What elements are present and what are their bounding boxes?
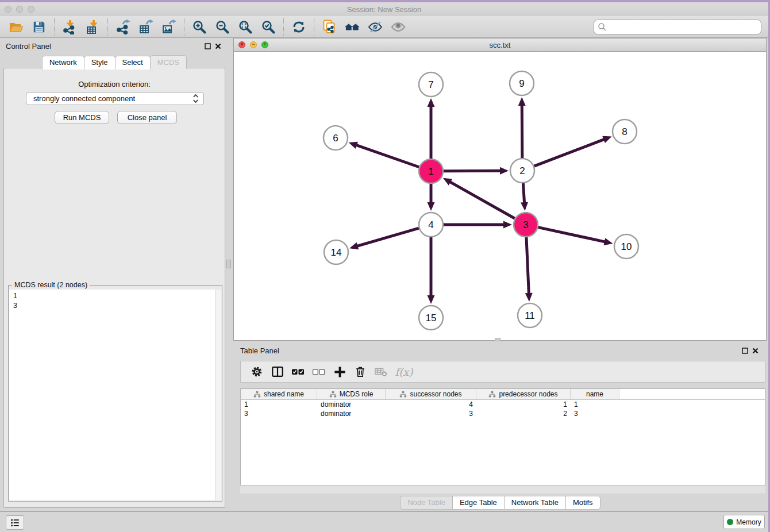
graph-node-1[interactable]: 1: [419, 159, 443, 183]
svg-text:4: 4: [428, 219, 433, 230]
hierarchy-icon: [329, 391, 337, 398]
close-panel-button[interactable]: Close panel: [117, 111, 177, 124]
memory-button[interactable]: Memory: [723, 515, 765, 529]
graph-node-7[interactable]: 7: [419, 72, 443, 97]
table-row[interactable]: 1 dominator 4 1 1: [241, 400, 765, 409]
add-column-icon[interactable]: [329, 363, 350, 380]
graph-node-15[interactable]: 15: [419, 306, 443, 330]
zoom-out-icon[interactable]: [211, 18, 234, 36]
show-columns-icon[interactable]: [267, 363, 288, 380]
graph-node-8[interactable]: 8: [613, 119, 637, 144]
select-value: strongly connected component: [33, 94, 135, 103]
graph-node-4[interactable]: 4: [419, 213, 443, 237]
hide-view-eye-slash-icon[interactable]: [364, 18, 387, 36]
graph-node-6[interactable]: 6: [324, 126, 348, 150]
refresh-layout-icon[interactable]: [287, 18, 310, 36]
result-scrollbar[interactable]: [215, 290, 221, 500]
node-table[interactable]: shared name MCDS role successor nodes pr…: [240, 388, 765, 485]
graph-edge[interactable]: [538, 228, 605, 242]
graph-edge-arrowhead: [503, 221, 512, 229]
clone-network-icon[interactable]: [318, 18, 341, 36]
open-folder-icon[interactable]: [5, 18, 28, 36]
svg-text:10: 10: [621, 241, 632, 252]
graph-node-2[interactable]: 2: [510, 159, 534, 183]
tab-mcds[interactable]: MCDS: [150, 55, 187, 69]
search-field[interactable]: [594, 20, 761, 34]
delete-row-trash-icon[interactable]: [350, 363, 371, 380]
run-mcds-button[interactable]: Run MCDS: [55, 111, 109, 124]
svg-text:9: 9: [519, 78, 524, 89]
export-image-icon[interactable]: [157, 18, 180, 36]
toolbar-separator: [184, 18, 184, 36]
graph-edge-arrowhead: [521, 202, 528, 211]
graph-node-14[interactable]: 14: [324, 240, 348, 264]
graph-edge-arrowhead: [518, 97, 526, 106]
float-panel-icon[interactable]: [205, 43, 211, 49]
export-table-icon[interactable]: [134, 18, 157, 36]
zoom-fit-icon[interactable]: [234, 18, 257, 36]
column-header-name[interactable]: name: [571, 389, 619, 399]
delete-column-icon[interactable]: [371, 363, 391, 380]
graph-edge[interactable]: [449, 182, 515, 218]
toolbar-separator: [314, 18, 314, 36]
graph-edge[interactable]: [522, 105, 522, 158]
home-network-icon[interactable]: [341, 18, 364, 36]
graph-edge[interactable]: [356, 145, 419, 167]
graph-edge[interactable]: [526, 237, 529, 294]
horizontal-splitter-handle[interactable]: [495, 338, 500, 341]
column-header-predecessor-nodes[interactable]: predecessor nodes: [476, 389, 571, 399]
function-builder-icon[interactable]: f(x): [391, 363, 417, 380]
zoom-in-icon[interactable]: [188, 18, 211, 36]
close-panel-icon[interactable]: [752, 348, 759, 354]
toolbar-separator: [283, 18, 284, 36]
graph-edge[interactable]: [534, 139, 605, 166]
graph-node-9[interactable]: 9: [510, 71, 534, 95]
memory-label: Memory: [736, 518, 761, 526]
window-title: Session: New Session: [0, 5, 768, 14]
graph-edge[interactable]: [357, 228, 419, 246]
optimization-criterion-select[interactable]: strongly connected component: [26, 92, 204, 105]
table-settings-gear-icon[interactable]: [247, 363, 267, 380]
float-panel-icon[interactable]: [742, 348, 748, 354]
export-network-icon[interactable]: [111, 18, 134, 36]
network-window-title: scc.txt: [234, 41, 766, 49]
column-header-shared-name[interactable]: shared name: [241, 389, 317, 399]
network-canvas[interactable]: 1234678910111415: [234, 52, 766, 340]
graph-edge[interactable]: [444, 171, 501, 171]
show-view-eye-icon[interactable]: [387, 18, 410, 36]
svg-text:14: 14: [331, 247, 342, 258]
select-all-icon[interactable]: [288, 363, 309, 380]
search-icon: [598, 22, 607, 32]
column-header-successor-nodes[interactable]: successor nodes: [386, 389, 476, 399]
mcds-result-text[interactable]: 1 3: [9, 290, 221, 500]
graph-edge[interactable]: [523, 183, 524, 203]
result-line: 1: [13, 291, 221, 301]
zoom-selected-icon[interactable]: [257, 18, 280, 36]
save-session-icon[interactable]: [28, 18, 51, 36]
column-header-mcds-role[interactable]: MCDS role: [317, 389, 386, 399]
cell-mcds-role: dominator: [317, 410, 386, 418]
tab-edge-table[interactable]: Edge Table: [452, 496, 505, 510]
vertical-splitter-handle[interactable]: [226, 260, 231, 268]
graph-node-11[interactable]: 11: [518, 303, 542, 327]
window-titlebar[interactable]: Session: New Session: [0, 2, 768, 16]
search-input[interactable]: [594, 20, 761, 34]
network-window-titlebar[interactable]: × − + scc.txt: [234, 38, 766, 52]
table-row[interactable]: 3 dominator 3 2 3: [241, 409, 765, 418]
tab-select[interactable]: Select: [115, 56, 151, 70]
close-panel-icon[interactable]: [215, 43, 221, 49]
tab-style[interactable]: Style: [84, 56, 116, 70]
graph-node-10[interactable]: 10: [614, 234, 638, 259]
tab-network[interactable]: Network: [42, 56, 84, 70]
tab-node-table[interactable]: Node Table: [400, 496, 453, 510]
import-table-icon[interactable]: [81, 18, 104, 36]
deselect-all-icon[interactable]: [309, 363, 329, 380]
mcds-result-title: MCDS result (2 nodes): [12, 281, 90, 289]
horizontal-scroll-area[interactable]: [240, 485, 765, 494]
control-panel-title: Control Panel: [6, 42, 51, 51]
graph-node-3[interactable]: 3: [514, 213, 538, 237]
task-history-button[interactable]: [6, 515, 24, 530]
tab-motifs[interactable]: Motifs: [565, 496, 600, 510]
tab-network-table[interactable]: Network Table: [504, 496, 566, 510]
import-network-icon[interactable]: [58, 18, 81, 36]
